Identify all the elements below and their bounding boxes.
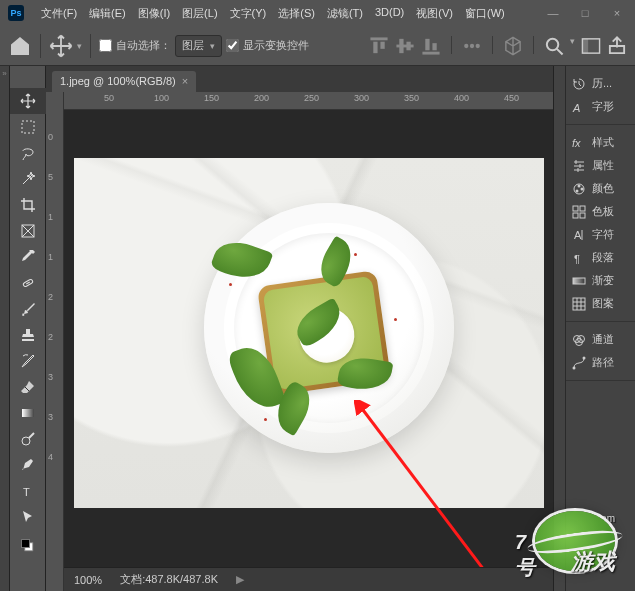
- menu-edit[interactable]: 编辑(E): [84, 4, 131, 23]
- workspace-icon[interactable]: [581, 36, 601, 56]
- panel-character[interactable]: A字符: [570, 223, 631, 246]
- panel-properties[interactable]: 属性: [570, 154, 631, 177]
- menu-file[interactable]: 文件(F): [36, 4, 82, 23]
- menu-window[interactable]: 窗口(W): [460, 4, 510, 23]
- align-top-icon[interactable]: [369, 36, 389, 56]
- marquee-tool[interactable]: [10, 114, 46, 140]
- character-icon: A: [572, 228, 586, 242]
- svg-point-48: [583, 356, 586, 359]
- auto-select-dropdown[interactable]: 图层 ▾: [175, 35, 222, 57]
- move-tool-indicator[interactable]: [49, 34, 73, 58]
- eyedropper-tool[interactable]: [10, 244, 46, 270]
- svg-text:¶: ¶: [574, 253, 580, 265]
- fx-icon: fx: [572, 136, 586, 150]
- home-button[interactable]: [8, 34, 32, 58]
- show-transform-checkbox[interactable]: 显示变换控件: [226, 38, 309, 53]
- type-tool[interactable]: T: [10, 478, 46, 504]
- vertical-ruler[interactable]: 0 5 1 1 2 2 3 3 4: [46, 92, 64, 591]
- stamp-tool[interactable]: [10, 322, 46, 348]
- menu-select[interactable]: 选择(S): [273, 4, 320, 23]
- ruler-tick: 50: [104, 93, 114, 103]
- auto-select-checkbox[interactable]: 自动选择：: [99, 38, 171, 53]
- gradient-icon: [572, 274, 586, 288]
- gradient-tool[interactable]: [10, 400, 46, 426]
- frame-tool[interactable]: [10, 218, 46, 244]
- chevron-down-icon[interactable]: ▾: [570, 36, 575, 56]
- document-tabs: 1.jpeg @ 100%(RGB/8) ×: [46, 66, 553, 92]
- ruler-tick: 1: [48, 252, 53, 262]
- document-tab[interactable]: 1.jpeg @ 100%(RGB/8) ×: [52, 71, 196, 92]
- share-icon[interactable]: [607, 36, 627, 56]
- menu-filter[interactable]: 滤镜(T): [322, 4, 368, 23]
- window-controls: — □ ×: [543, 7, 627, 19]
- svg-rect-0: [370, 37, 387, 40]
- search-icon[interactable]: [544, 36, 564, 56]
- panel-paragraph[interactable]: ¶段落: [570, 246, 631, 269]
- chevron-down-icon[interactable]: ▾: [77, 41, 82, 51]
- svg-point-32: [578, 184, 581, 187]
- menu-image[interactable]: 图像(I): [133, 4, 175, 23]
- svg-rect-27: [22, 540, 30, 548]
- auto-select-value: 图层: [182, 38, 204, 53]
- more-align-icon[interactable]: [462, 36, 482, 56]
- panel-label: 色板: [592, 204, 614, 219]
- history-brush-tool[interactable]: [10, 348, 46, 374]
- align-vcenter-icon[interactable]: [395, 36, 415, 56]
- move-icon: [49, 34, 73, 58]
- menu-3d[interactable]: 3D(D): [370, 4, 409, 23]
- maximize-button[interactable]: □: [575, 7, 595, 19]
- pen-tool[interactable]: [10, 452, 46, 478]
- svg-rect-4: [399, 38, 403, 52]
- panel-gradient[interactable]: 渐变: [570, 269, 631, 292]
- panel-label: 字符: [592, 227, 614, 242]
- auto-select-input[interactable]: [99, 39, 112, 52]
- panel-paths[interactable]: 路径: [570, 351, 631, 374]
- options-bar: ▾ 自动选择： 图层 ▾ 显示变换控件 ▾: [0, 26, 635, 66]
- swatches-icon: [572, 205, 586, 219]
- color-icon: [572, 182, 586, 196]
- menu-view[interactable]: 视图(V): [411, 4, 458, 23]
- menu-layer[interactable]: 图层(L): [177, 4, 222, 23]
- color-swatch-tool[interactable]: [10, 530, 46, 562]
- ruler-tick: 4: [48, 452, 53, 462]
- eraser-tool[interactable]: [10, 374, 46, 400]
- path-select-tool[interactable]: [10, 504, 46, 530]
- dodge-tool[interactable]: [10, 426, 46, 452]
- brush-tool[interactable]: [10, 296, 46, 322]
- panel-swatches[interactable]: 色板: [570, 200, 631, 223]
- panel-channels[interactable]: 通道: [570, 328, 631, 351]
- panel-pattern[interactable]: 图案: [570, 292, 631, 315]
- panel-label: 字形: [592, 99, 614, 114]
- close-button[interactable]: ×: [607, 7, 627, 19]
- svg-rect-8: [432, 43, 436, 50]
- ruler-tick: 350: [404, 93, 419, 103]
- wand-tool[interactable]: [10, 166, 46, 192]
- canvas-background[interactable]: [64, 110, 553, 567]
- panel-history[interactable]: 历...: [570, 72, 631, 95]
- expand-handle-icon[interactable]: »: [2, 72, 6, 76]
- separator: [451, 36, 452, 54]
- ruler-tick: 400: [454, 93, 469, 103]
- document-image[interactable]: [74, 158, 544, 508]
- show-transform-input[interactable]: [226, 39, 239, 52]
- doc-size[interactable]: 文档:487.8K/487.8K: [120, 572, 218, 587]
- 3d-mode-icon[interactable]: [503, 36, 523, 56]
- minimize-button[interactable]: —: [543, 7, 563, 19]
- horizontal-ruler[interactable]: 50 100 150 200 250 300 350 400 450: [64, 92, 553, 110]
- svg-point-12: [547, 38, 558, 49]
- status-arrow-icon[interactable]: ▶: [236, 573, 244, 586]
- image-detail: [394, 318, 397, 321]
- crop-tool[interactable]: [10, 192, 46, 218]
- healing-tool[interactable]: [10, 270, 46, 296]
- zoom-level[interactable]: 100%: [74, 574, 102, 586]
- history-icon: [572, 77, 586, 91]
- panel-glyphs[interactable]: A字形: [570, 95, 631, 118]
- align-bottom-icon[interactable]: [421, 36, 441, 56]
- panel-color[interactable]: 颜色: [570, 177, 631, 200]
- lasso-tool[interactable]: [10, 140, 46, 166]
- auto-select-label: 自动选择：: [116, 38, 171, 53]
- menu-type[interactable]: 文字(Y): [225, 4, 272, 23]
- close-tab-icon[interactable]: ×: [182, 75, 188, 87]
- move-tool[interactable]: [10, 88, 46, 114]
- panel-styles[interactable]: fx样式: [570, 131, 631, 154]
